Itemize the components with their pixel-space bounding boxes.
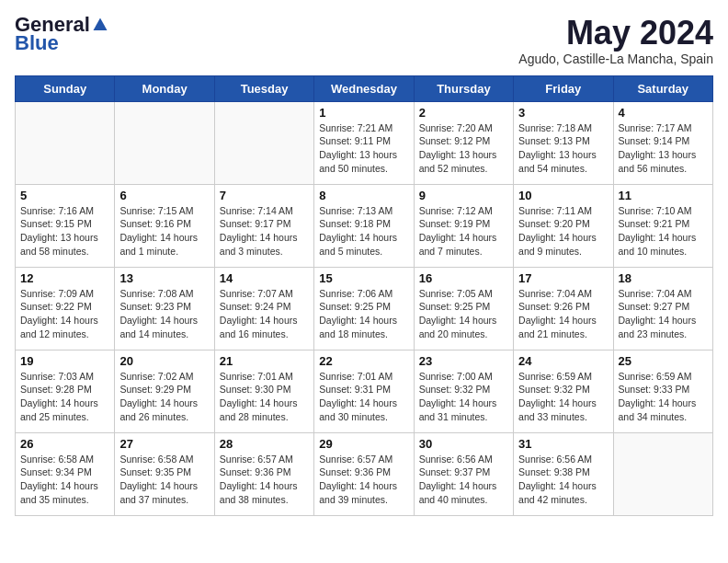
weekday-header-sunday: Sunday bbox=[16, 75, 115, 101]
calendar-cell: 29Sunrise: 6:57 AM Sunset: 9:36 PM Dayli… bbox=[314, 432, 414, 515]
day-number: 5 bbox=[20, 189, 109, 202]
calendar-cell: 15Sunrise: 7:06 AM Sunset: 9:25 PM Dayli… bbox=[314, 267, 414, 350]
day-info: Sunrise: 7:05 AM Sunset: 9:25 PM Dayligh… bbox=[419, 287, 508, 341]
day-number: 10 bbox=[518, 189, 608, 202]
day-number: 22 bbox=[319, 354, 408, 368]
day-info: Sunrise: 7:20 AM Sunset: 9:12 PM Dayligh… bbox=[419, 121, 508, 176]
week-row-4: 19Sunrise: 7:03 AM Sunset: 9:28 PM Dayli… bbox=[16, 350, 713, 432]
day-info: Sunrise: 6:57 AM Sunset: 9:36 PM Dayligh… bbox=[220, 453, 309, 507]
calendar-cell: 7Sunrise: 7:14 AM Sunset: 9:17 PM Daylig… bbox=[214, 184, 313, 267]
day-number: 23 bbox=[419, 354, 508, 368]
calendar-cell: 14Sunrise: 7:07 AM Sunset: 9:24 PM Dayli… bbox=[214, 267, 313, 350]
day-info: Sunrise: 7:09 AM Sunset: 9:22 PM Dayligh… bbox=[20, 287, 109, 341]
weekday-header-thursday: Thursday bbox=[414, 75, 513, 101]
day-number: 12 bbox=[20, 271, 109, 285]
day-info: Sunrise: 7:04 AM Sunset: 9:26 PM Dayligh… bbox=[518, 287, 608, 341]
calendar-cell: 8Sunrise: 7:13 AM Sunset: 9:18 PM Daylig… bbox=[314, 184, 414, 267]
calendar-cell: 27Sunrise: 6:58 AM Sunset: 9:35 PM Dayli… bbox=[115, 432, 214, 515]
day-number: 6 bbox=[119, 189, 209, 202]
day-info: Sunrise: 7:06 AM Sunset: 9:25 PM Dayligh… bbox=[319, 287, 408, 341]
day-info: Sunrise: 6:56 AM Sunset: 9:38 PM Dayligh… bbox=[518, 453, 608, 507]
day-number: 4 bbox=[619, 106, 708, 120]
calendar-cell: 4Sunrise: 7:17 AM Sunset: 9:14 PM Daylig… bbox=[613, 101, 712, 184]
calendar-cell: 9Sunrise: 7:12 AM Sunset: 9:19 PM Daylig… bbox=[414, 184, 513, 267]
day-info: Sunrise: 7:11 AM Sunset: 9:20 PM Dayligh… bbox=[518, 204, 608, 259]
weekday-header-wednesday: Wednesday bbox=[314, 75, 414, 101]
day-number: 16 bbox=[419, 271, 508, 285]
day-number: 29 bbox=[319, 437, 408, 451]
day-info: Sunrise: 6:57 AM Sunset: 9:36 PM Dayligh… bbox=[319, 453, 408, 507]
weekday-header-row: SundayMondayTuesdayWednesdayThursdayFrid… bbox=[16, 75, 713, 101]
week-row-5: 26Sunrise: 6:58 AM Sunset: 9:34 PM Dayli… bbox=[16, 432, 713, 515]
day-info: Sunrise: 7:01 AM Sunset: 9:31 PM Dayligh… bbox=[319, 370, 408, 424]
day-number: 26 bbox=[20, 437, 109, 451]
day-info: Sunrise: 7:13 AM Sunset: 9:18 PM Dayligh… bbox=[319, 204, 408, 259]
calendar-cell: 30Sunrise: 6:56 AM Sunset: 9:37 PM Dayli… bbox=[414, 432, 513, 515]
day-info: Sunrise: 7:07 AM Sunset: 9:24 PM Dayligh… bbox=[220, 287, 309, 341]
day-number: 1 bbox=[319, 106, 408, 120]
week-row-3: 12Sunrise: 7:09 AM Sunset: 9:22 PM Dayli… bbox=[16, 267, 713, 350]
day-number: 21 bbox=[220, 354, 309, 368]
day-number: 27 bbox=[119, 437, 209, 451]
weekday-header-friday: Friday bbox=[514, 75, 613, 101]
day-info: Sunrise: 7:01 AM Sunset: 9:30 PM Dayligh… bbox=[220, 370, 309, 424]
day-number: 13 bbox=[119, 271, 209, 285]
calendar-cell: 13Sunrise: 7:08 AM Sunset: 9:23 PM Dayli… bbox=[115, 267, 214, 350]
day-info: Sunrise: 7:02 AM Sunset: 9:29 PM Dayligh… bbox=[119, 370, 209, 424]
logo-icon bbox=[92, 17, 108, 33]
calendar-cell: 1Sunrise: 7:21 AM Sunset: 9:11 PM Daylig… bbox=[314, 101, 414, 184]
calendar-cell: 23Sunrise: 7:00 AM Sunset: 9:32 PM Dayli… bbox=[414, 350, 513, 432]
calendar-cell: 19Sunrise: 7:03 AM Sunset: 9:28 PM Dayli… bbox=[16, 350, 115, 432]
calendar-cell: 2Sunrise: 7:20 AM Sunset: 9:12 PM Daylig… bbox=[414, 101, 513, 184]
day-info: Sunrise: 7:15 AM Sunset: 9:16 PM Dayligh… bbox=[119, 204, 209, 259]
day-info: Sunrise: 6:58 AM Sunset: 9:34 PM Dayligh… bbox=[20, 453, 109, 507]
calendar-table: SundayMondayTuesdayWednesdayThursdayFrid… bbox=[15, 75, 713, 516]
location: Agudo, Castille-La Mancha, Spain bbox=[518, 52, 713, 66]
calendar-cell bbox=[613, 432, 712, 515]
day-info: Sunrise: 7:17 AM Sunset: 9:14 PM Dayligh… bbox=[619, 121, 708, 176]
calendar-cell: 5Sunrise: 7:16 AM Sunset: 9:15 PM Daylig… bbox=[16, 184, 115, 267]
day-info: Sunrise: 7:16 AM Sunset: 9:15 PM Dayligh… bbox=[20, 204, 109, 259]
day-info: Sunrise: 7:14 AM Sunset: 9:17 PM Dayligh… bbox=[220, 204, 309, 259]
day-number: 7 bbox=[220, 189, 309, 202]
calendar-cell: 16Sunrise: 7:05 AM Sunset: 9:25 PM Dayli… bbox=[414, 267, 513, 350]
calendar-cell: 11Sunrise: 7:10 AM Sunset: 9:21 PM Dayli… bbox=[613, 184, 712, 267]
day-number: 11 bbox=[619, 189, 708, 202]
calendar-cell: 24Sunrise: 6:59 AM Sunset: 9:32 PM Dayli… bbox=[514, 350, 613, 432]
week-row-2: 5Sunrise: 7:16 AM Sunset: 9:15 PM Daylig… bbox=[16, 184, 713, 267]
day-number: 25 bbox=[619, 354, 708, 368]
day-info: Sunrise: 7:08 AM Sunset: 9:23 PM Dayligh… bbox=[119, 287, 209, 341]
day-number: 3 bbox=[518, 106, 608, 120]
calendar-cell: 28Sunrise: 6:57 AM Sunset: 9:36 PM Dayli… bbox=[214, 432, 313, 515]
calendar-cell: 18Sunrise: 7:04 AM Sunset: 9:27 PM Dayli… bbox=[613, 267, 712, 350]
day-info: Sunrise: 7:00 AM Sunset: 9:32 PM Dayligh… bbox=[419, 370, 508, 424]
calendar-cell: 17Sunrise: 7:04 AM Sunset: 9:26 PM Dayli… bbox=[514, 267, 613, 350]
day-number: 20 bbox=[119, 354, 209, 368]
day-info: Sunrise: 7:12 AM Sunset: 9:19 PM Dayligh… bbox=[419, 204, 508, 259]
logo: General Blue bbox=[15, 15, 108, 55]
day-info: Sunrise: 6:59 AM Sunset: 9:33 PM Dayligh… bbox=[619, 370, 708, 424]
day-info: Sunrise: 7:04 AM Sunset: 9:27 PM Dayligh… bbox=[619, 287, 708, 341]
calendar-cell: 22Sunrise: 7:01 AM Sunset: 9:31 PM Dayli… bbox=[314, 350, 414, 432]
month-year: May 2024 bbox=[518, 15, 713, 52]
day-info: Sunrise: 7:18 AM Sunset: 9:13 PM Dayligh… bbox=[518, 121, 608, 176]
calendar-cell: 3Sunrise: 7:18 AM Sunset: 9:13 PM Daylig… bbox=[514, 101, 613, 184]
day-number: 9 bbox=[419, 189, 508, 202]
day-number: 14 bbox=[220, 271, 309, 285]
page-header: General Blue May 2024 Agudo, Castille-La… bbox=[15, 15, 713, 66]
logo-blue: Blue bbox=[15, 31, 59, 55]
weekday-header-tuesday: Tuesday bbox=[214, 75, 313, 101]
calendar-cell: 25Sunrise: 6:59 AM Sunset: 9:33 PM Dayli… bbox=[613, 350, 712, 432]
calendar-cell bbox=[214, 101, 313, 184]
calendar-cell bbox=[115, 101, 214, 184]
day-number: 2 bbox=[419, 106, 508, 120]
day-number: 30 bbox=[419, 437, 508, 451]
day-number: 8 bbox=[319, 189, 408, 202]
day-info: Sunrise: 6:59 AM Sunset: 9:32 PM Dayligh… bbox=[518, 370, 608, 424]
title-block: May 2024 Agudo, Castille-La Mancha, Spai… bbox=[518, 15, 713, 66]
calendar-cell: 12Sunrise: 7:09 AM Sunset: 9:22 PM Dayli… bbox=[16, 267, 115, 350]
calendar-cell bbox=[16, 101, 115, 184]
weekday-header-monday: Monday bbox=[115, 75, 214, 101]
calendar-cell: 21Sunrise: 7:01 AM Sunset: 9:30 PM Dayli… bbox=[214, 350, 313, 432]
day-number: 15 bbox=[319, 271, 408, 285]
